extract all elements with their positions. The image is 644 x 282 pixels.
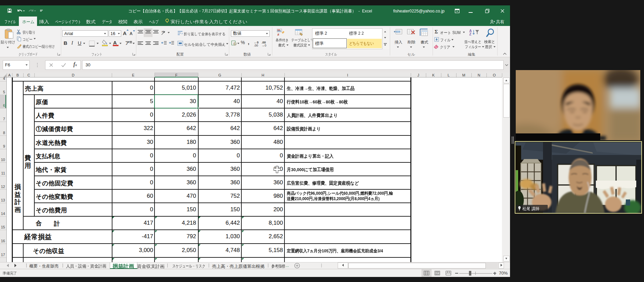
svg-text:≠: ≠: [277, 33, 279, 36]
svg-text:ab: ab: [162, 30, 165, 33]
svg-text:$: $: [234, 43, 236, 45]
